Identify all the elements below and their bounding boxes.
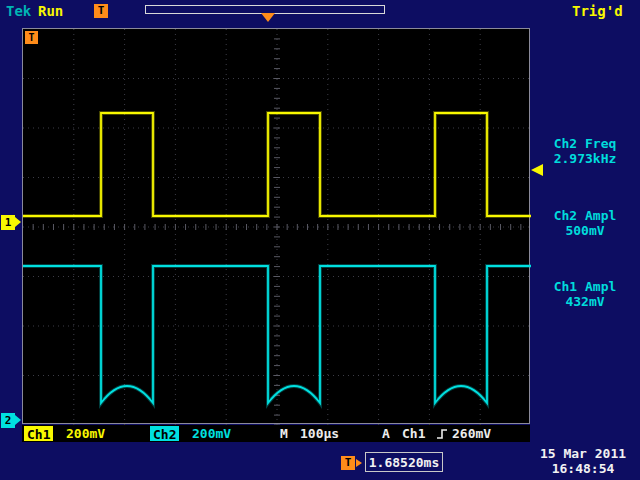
datetime-display: 15 Mar 2011 16:48:54 xyxy=(526,446,640,476)
trigger-time-marker: T xyxy=(25,31,38,44)
readout-label: Ch2 Freq xyxy=(532,136,638,151)
waveform-display xyxy=(23,29,531,425)
brand-logo: Tek xyxy=(6,3,31,19)
trigger-status: Trig'd xyxy=(572,3,623,19)
trigger-level-value: 260mV xyxy=(452,425,491,442)
trigger-position-icon: T xyxy=(94,4,108,18)
ch1-scale: 200mV xyxy=(66,425,105,442)
readout-label: Ch2 Ampl xyxy=(532,208,638,223)
graticule xyxy=(22,28,530,424)
trigger-position-readout: 1.68520ms xyxy=(365,452,443,472)
trigger-source: Ch1 xyxy=(402,425,425,442)
ch1-badge: Ch1 xyxy=(24,426,53,441)
ch2-scale: 200mV xyxy=(192,425,231,442)
date-text: 15 Mar 2011 xyxy=(526,446,640,461)
status-bar: Ch1 200mV Ch2 200mV M 100µs A Ch1 260mV xyxy=(22,425,530,442)
arrow-right-icon xyxy=(356,459,362,467)
readout-ch2-ampl: Ch2 Ampl 500mV xyxy=(532,208,638,238)
acquisition-status: Run xyxy=(38,3,63,19)
ch2-badge: Ch2 xyxy=(150,426,179,441)
readout-ch2-freq: Ch2 Freq 2.973kHz xyxy=(532,136,638,166)
readout-value: 2.973kHz xyxy=(532,151,638,166)
rising-edge-icon xyxy=(436,428,448,440)
ch1-ground-marker: 1 xyxy=(1,215,15,230)
trigger-position-footer-icon: T xyxy=(341,456,355,470)
readout-value: 432mV xyxy=(532,294,638,309)
readout-label: Ch1 Ampl xyxy=(532,279,638,294)
trigger-position-arrow-icon xyxy=(261,13,275,22)
timebase-value: 100µs xyxy=(300,425,339,442)
time-text: 16:48:54 xyxy=(526,461,640,476)
oscilloscope-screen: Tek Run T Trig'd T 1 2 Ch2 Freq 2.973kHz… xyxy=(0,0,640,480)
readout-value: 500mV xyxy=(532,223,638,238)
timebase-label: M xyxy=(280,425,288,442)
ch2-ground-marker: 2 xyxy=(1,413,15,428)
readout-ch1-ampl: Ch1 Ampl 432mV xyxy=(532,279,638,309)
trigger-mode-label: A xyxy=(382,425,390,442)
